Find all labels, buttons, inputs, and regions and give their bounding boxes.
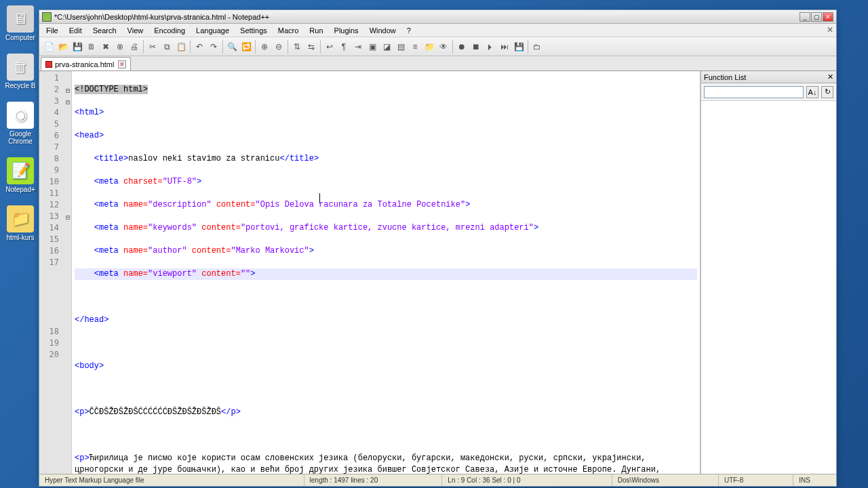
reload-icon[interactable]: ↻	[821, 86, 833, 98]
save-icon[interactable]: 💾	[71, 40, 84, 54]
desktop-icon-chrome[interactable]: ◉Google Chrome	[3, 102, 38, 145]
paste-icon[interactable]: 📋	[174, 40, 188, 54]
fold-icon[interactable]: ▣	[366, 40, 379, 54]
menu-run[interactable]: Run	[304, 25, 328, 36]
desktop-icons: 🖥Computer 🗑Recycle B ◉Google Chrome 📝Not…	[3, 5, 38, 253]
modified-dot-icon	[45, 61, 52, 68]
undo-icon[interactable]: ↶	[193, 40, 206, 54]
panel-title: Function List	[704, 73, 746, 81]
sort-icon[interactable]: A↓	[806, 86, 818, 98]
menu-settings[interactable]: Settings	[235, 25, 273, 36]
desktop-icon-recycle[interactable]: 🗑Recycle B	[3, 54, 38, 89]
toolbar-extra-icon[interactable]: 🗀	[530, 40, 544, 54]
menu-plugins[interactable]: Plugins	[329, 25, 364, 36]
close-button[interactable]: ✕	[823, 12, 833, 22]
doc-close-x[interactable]: ✕	[827, 25, 833, 35]
menu-view[interactable]: View	[122, 25, 149, 36]
titlebar[interactable]: *C:\Users\john\Desktop\html-kurs\prva-st…	[39, 10, 836, 24]
menu-macro[interactable]: Macro	[273, 25, 304, 36]
workspace: 1 2 3 4 5 6 7 8 9 10 11 12 13 14 15 16 1…	[39, 71, 836, 474]
status-mode: INS	[793, 474, 836, 486]
code-area[interactable]: <!DOCTYPE html> <html> <head> <title>nas…	[72, 71, 700, 474]
replace-icon[interactable]: 🔁	[239, 40, 253, 54]
status-enc: UTF-8	[719, 474, 793, 486]
play-icon[interactable]: ⏵	[484, 40, 497, 54]
open-icon[interactable]: 📂	[56, 40, 70, 54]
status-eol: Dos\Windows	[612, 474, 719, 486]
menu-window[interactable]: Window	[364, 25, 401, 36]
menu-encoding[interactable]: Encoding	[149, 25, 191, 36]
file-tab[interactable]: prva-stranica.html ✕	[41, 57, 131, 70]
notepadpp-window: *C:\Users\john\Desktop\html-kurs\prva-st…	[39, 9, 837, 487]
menubar: File Edit Search View Encoding Language …	[39, 24, 836, 37]
userlang-icon[interactable]: ◪	[380, 40, 393, 54]
menu-file[interactable]: File	[41, 25, 64, 36]
docmap-icon[interactable]: ▤	[394, 40, 408, 54]
tab-label: prva-stranica.html	[55, 60, 114, 68]
gutter: 1 2 3 4 5 6 7 8 9 10 11 12 13 14 15 16 1…	[39, 71, 72, 474]
funclist-icon[interactable]: ≡	[408, 40, 422, 54]
print-icon[interactable]: 🖨	[127, 40, 141, 54]
cut-icon[interactable]: ✂	[146, 40, 159, 54]
tabbar: prva-stranica.html ✕	[39, 56, 836, 71]
menu-language[interactable]: Language	[191, 25, 235, 36]
sync-h-icon[interactable]: ⇆	[304, 40, 318, 54]
record-icon[interactable]: ⏺	[455, 40, 469, 54]
desktop-icon-computer[interactable]: 🖥Computer	[3, 5, 38, 41]
tab-close-icon[interactable]: ✕	[118, 60, 126, 68]
saveall-icon[interactable]: 🗎	[85, 40, 98, 54]
menu-help[interactable]: ?	[401, 25, 416, 36]
function-filter-input[interactable]	[704, 86, 804, 98]
function-list-panel: Function List ✕ A↓ ↻	[701, 71, 836, 474]
panel-close-icon[interactable]: ✕	[827, 73, 833, 81]
toolbar: 📄 📂 💾 🗎 ✖ ⊗ 🖨 ✂ ⧉ 📋 ↶ ↷ 🔍 🔁 ⊕ ⊖ ⇅ ⇆ ↩ ¶ …	[39, 37, 836, 56]
window-title: *C:\Users\john\Desktop\html-kurs\prva-st…	[54, 13, 800, 21]
menu-search[interactable]: Search	[87, 25, 122, 36]
wrap-icon[interactable]: ↩	[323, 40, 336, 54]
allchars-icon[interactable]: ¶	[337, 40, 351, 54]
playmulti-icon[interactable]: ⏭	[498, 40, 511, 54]
text-cursor	[319, 193, 320, 203]
indent-icon[interactable]: ⇥	[351, 40, 365, 54]
statusbar: Hyper Text Markup Language file length :…	[39, 474, 836, 486]
restore-button[interactable]: ▢	[811, 12, 822, 22]
stop-icon[interactable]: ⏹	[469, 40, 483, 54]
zoomin-icon[interactable]: ⊕	[258, 40, 271, 54]
closeall-icon[interactable]: ⊗	[113, 40, 127, 54]
folderview-icon[interactable]: 📁	[422, 40, 436, 54]
status-pos: Ln : 9 Col : 36 Sel : 0 | 0	[442, 474, 612, 486]
minimize-button[interactable]: _	[800, 12, 810, 22]
panel-header[interactable]: Function List ✕	[701, 71, 836, 83]
monitor-icon[interactable]: 👁	[437, 40, 450, 54]
find-icon[interactable]: 🔍	[225, 40, 239, 54]
status-length: length : 1497 lines : 20	[304, 474, 443, 486]
menu-edit[interactable]: Edit	[64, 25, 87, 36]
status-lang: Hyper Text Markup Language file	[39, 474, 304, 486]
zoomout-icon[interactable]: ⊖	[272, 40, 285, 54]
redo-icon[interactable]: ↷	[207, 40, 220, 54]
editor[interactable]: 1 2 3 4 5 6 7 8 9 10 11 12 13 14 15 16 1…	[39, 71, 701, 474]
desktop-icon-folder[interactable]: 📁html-kurs	[3, 205, 38, 241]
sync-v-icon[interactable]: ⇅	[290, 40, 304, 54]
new-icon[interactable]: 📄	[42, 40, 56, 54]
close-icon[interactable]: ✖	[99, 40, 113, 54]
savemacro-icon[interactable]: 💾	[512, 40, 526, 54]
app-icon	[42, 12, 52, 22]
copy-icon[interactable]: ⧉	[160, 40, 174, 54]
panel-body	[701, 101, 836, 474]
desktop-icon-notepadpp[interactable]: 📝Notepad+	[3, 157, 38, 193]
